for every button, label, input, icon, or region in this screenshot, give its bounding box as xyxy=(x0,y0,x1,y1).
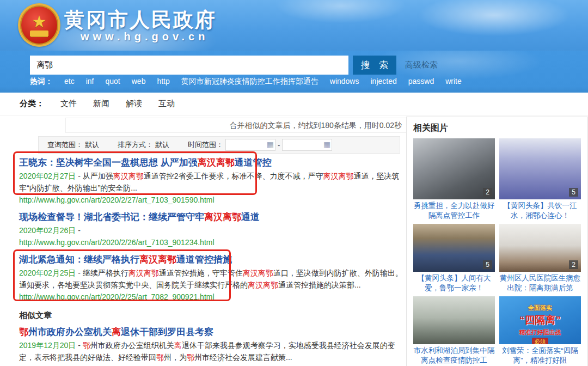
advanced-search-link[interactable]: 高级检索 xyxy=(405,60,438,70)
result-title-link[interactable]: 湖北紧急通知：继续严格执行离汉离鄂通道管控措施 xyxy=(19,254,403,266)
hot-word-link[interactable]: inf xyxy=(86,77,94,87)
results-list: 王晓东：坚决树牢全国一盘棋思想 从严加强离汉离鄂通道管控2020年02月27日 … xyxy=(19,157,403,366)
stairwell-supplies-photo[interactable]: 2 xyxy=(413,138,495,199)
hot-word-link[interactable]: windows xyxy=(330,77,359,87)
hot-word-link[interactable]: etc xyxy=(64,77,75,87)
hot-word-link[interactable]: injected xyxy=(370,77,396,87)
related-image-caption[interactable]: 市水利和湖泊局到集中隔离点检查疫情防控工 xyxy=(413,346,495,365)
graphic-line-4: 必须 xyxy=(532,338,548,344)
related-image-card: 2勇挑重担，全力以赴做好隔离点管控工作 xyxy=(413,138,495,221)
related-image-card: 5【黄冈头条】人间有大爱，鲁鄂一家亲！ xyxy=(413,224,495,293)
time-range-filter: 时间范围： ▦ - ▦ xyxy=(188,139,332,151)
result-title-link[interactable]: 鄂州市政府办公室机关离退休干部到罗田县考察 xyxy=(19,326,403,338)
text-segment: 从严加强 xyxy=(83,172,113,180)
result-title-link[interactable]: 王晓东：坚决树牢全国一盘棋思想 从严加强离汉离鄂通道管控 xyxy=(19,157,403,169)
hot-word-link[interactable]: 黄冈市新冠肺炎疫情防控工作指挥部通告 xyxy=(181,77,318,87)
result-item: 鄂州市政府办公室机关离退休干部到罗田县考察2019年12月20日 - 鄂州市政府… xyxy=(19,326,403,366)
time-range-start-input[interactable] xyxy=(226,139,264,150)
text-segment: 通道管控措施的决策部... xyxy=(278,280,361,289)
date-separator: - xyxy=(76,226,81,235)
text-segment: 州市经济社会发展建言献策... xyxy=(194,353,292,362)
highlighted-query-term: 离汉离鄂 xyxy=(198,157,235,168)
ppe-medical-team-photo[interactable]: 5 xyxy=(499,138,581,199)
highlighted-query-term: 离汉离鄂 xyxy=(243,269,273,277)
highlighted-query-term: 离汉离鄂 xyxy=(139,254,176,265)
date-separator: - xyxy=(76,269,82,277)
related-image-card: 5【黄冈头条】共饮一江水，湘鄂心连心！ xyxy=(499,138,581,221)
results-column: 合并相似的文章后，约找到180条结果，用时0.02秒 查询范围： 默认 排序方式… xyxy=(19,118,403,366)
image-count-badge: 5 xyxy=(483,260,492,269)
emblem-gate-icon xyxy=(30,30,48,36)
category-item-解读[interactable]: 解读 xyxy=(126,99,142,109)
category-label: 分类： xyxy=(20,99,44,109)
category-item-文件[interactable]: 文件 xyxy=(60,99,77,109)
highlighted-query-term: 离汉离鄂 xyxy=(204,212,241,222)
calendar-icon[interactable]: ▦ xyxy=(323,140,330,149)
result-url: http://www.hg.gov.cn/art/2020/2/27/art_7… xyxy=(19,194,403,206)
hot-word-link[interactable]: passwd xyxy=(408,77,434,87)
hot-words-list: etcinfquotwebhttp黄冈市新冠肺炎疫情防控工作指挥部通告windo… xyxy=(64,77,462,87)
highlighted-query-term: 离汉离鄂 xyxy=(323,172,354,180)
highlighted-query-term: 离 xyxy=(174,341,182,350)
time-range-end: ▦ xyxy=(282,139,332,151)
result-title-link[interactable]: 现场检查督导！湖北省委书记：继续严管守牢离汉离鄂通道 xyxy=(19,211,403,223)
result-snippet: 2019年12月20日 - 鄂州市政府办公室组织机关离退休干部来我县参观考察学习… xyxy=(19,339,403,363)
date-separator: - xyxy=(76,172,82,180)
hot-words-label: 热词： xyxy=(30,77,53,87)
graphic-text-overlay: 全面落实“四隔离”精准打好阻击战必须 xyxy=(499,296,581,344)
result-date: 2019年12月20日 xyxy=(19,341,76,350)
hot-word-link[interactable]: web xyxy=(132,77,146,87)
time-range-start: ▦ xyxy=(225,139,275,151)
category-row: 分类： 文件新闻解读互动 xyxy=(0,93,588,115)
time-range-separator: - xyxy=(278,141,280,149)
search-input[interactable] xyxy=(30,56,348,75)
sort-filter-label: 排序方式： xyxy=(118,140,153,150)
result-snippet: 2020年02月26日 - xyxy=(19,224,403,236)
similar-articles-label: 相似文章 xyxy=(19,310,403,321)
result-item: 现场检查督导！湖北省委书记：继续严管守牢离汉离鄂通道2020年02月26日 - … xyxy=(19,211,403,248)
sort-filter-value[interactable]: 默认 xyxy=(155,140,169,150)
time-range-label: 时间范围： xyxy=(188,140,223,150)
recovered-patient-photo[interactable]: 2 xyxy=(499,224,581,272)
related-image-caption[interactable]: 【黄冈头条】共饮一江水，湘鄂心连心！ xyxy=(499,201,581,221)
related-image-caption[interactable]: 刘雪荣：全面落实“四隔离”，精准打好阻 xyxy=(499,346,581,365)
result-url: http://www.hg.gov.cn/art/2019/12/20/art_… xyxy=(19,363,403,366)
four-isolation-graphic[interactable]: 全面落实“四隔离”精准打好阻击战必须 xyxy=(499,296,581,344)
text-segment: 通道管控措施，守牢管住 xyxy=(159,269,243,277)
result-date: 2020年02月25日 xyxy=(19,269,76,277)
related-image-caption[interactable]: 勇挑重担，全力以赴做好隔离点管控工作 xyxy=(413,201,495,221)
related-image-caption[interactable]: 【黄冈头条】人间有大爱，鲁鄂一家亲！ xyxy=(413,273,495,293)
text-segment: 通道 xyxy=(241,212,260,222)
related-image-card: 2黄州区人民医院医生病愈出院：隔离期满后第 xyxy=(499,224,581,293)
street-inspection-photo[interactable] xyxy=(413,296,495,344)
related-image-card: 全面落实“四隔离”精准打好阻击战必须刘雪荣：全面落实“四隔离”，精准打好阻 xyxy=(499,296,581,365)
blue-jacket-group-photo[interactable]: 5 xyxy=(413,224,495,272)
graphic-line-1: 全面落实 xyxy=(528,304,552,312)
hot-word-link[interactable]: http xyxy=(157,77,169,87)
text-segment: 通道管控措施 xyxy=(176,254,232,265)
emblem-star-icon: ★ xyxy=(32,14,47,29)
text-segment: 现场检查督导！湖北省委书记：继续严管守牢 xyxy=(19,212,204,222)
related-images-title: 相关图片 xyxy=(413,123,581,134)
date-separator: - xyxy=(76,341,82,350)
results-count-info: 合并相似的文章后，约找到180条结果，用时0.02秒 xyxy=(65,118,422,133)
search-button[interactable]: 搜 索 xyxy=(353,56,396,75)
highlighted-query-term: 离 xyxy=(112,327,121,337)
category-item-互动[interactable]: 互动 xyxy=(158,99,175,109)
category-item-新闻[interactable]: 新闻 xyxy=(93,99,109,109)
related-image-caption[interactable]: 黄州区人民医院医生病愈出院：隔离期满后第 xyxy=(499,273,581,293)
text-segment: 州市政府办公室机关 xyxy=(28,327,112,337)
result-url: http://www.hg.gov.cn/art/2020/2/25/art_7… xyxy=(19,291,403,303)
text-segment: 王晓东：坚决树牢全国一盘棋思想 从严加强 xyxy=(19,157,198,168)
calendar-icon[interactable]: ▦ xyxy=(267,140,274,149)
china-national-emblem-icon: ★ xyxy=(18,3,60,47)
related-images-panel: 相关图片 2勇挑重担，全力以赴做好隔离点管控工作5【黄冈头条】共饮一江水，湘鄂心… xyxy=(406,117,588,366)
time-range-end-input[interactable] xyxy=(283,139,321,150)
hot-word-link[interactable]: quot xyxy=(105,77,120,87)
hot-word-link[interactable]: write xyxy=(445,77,462,87)
scope-filter-value[interactable]: 默认 xyxy=(85,140,99,150)
text-segment: 州，为 xyxy=(164,353,187,362)
image-count-badge: 2 xyxy=(569,260,578,269)
text-segment: 湖北紧急通知：继续严格执行 xyxy=(19,254,139,265)
text-segment: 退休干部到罗田县考察 xyxy=(121,327,213,337)
